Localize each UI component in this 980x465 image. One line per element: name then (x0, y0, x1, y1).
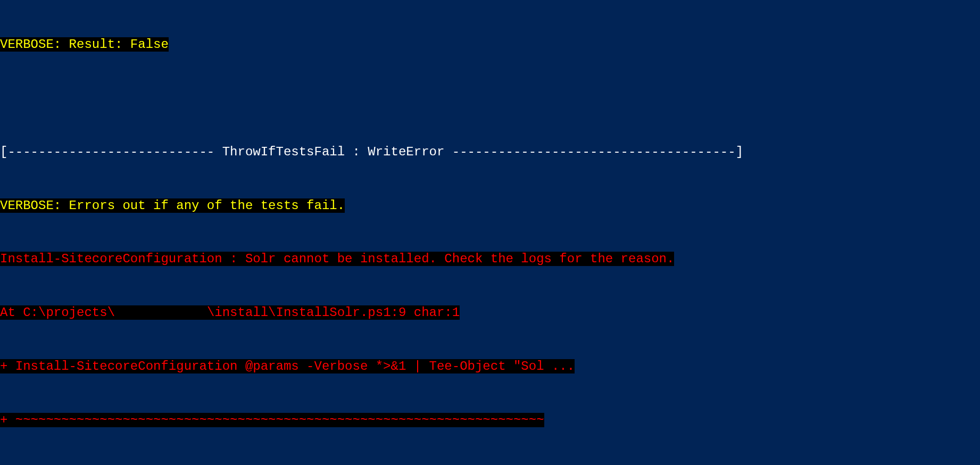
verbose-text: VERBOSE: Result: False (0, 37, 169, 52)
error-text: Install-SitecoreConfiguration : Solr can… (0, 252, 674, 266)
error-line: + Install-SitecoreConfiguration @params … (0, 358, 980, 376)
error-text: \install\InstallSolr.ps1:9 char:1 (207, 305, 460, 320)
error-text: + ~~~~~~~~~~~~~~~~~~~~~~~~~~~~~~~~~~~~~~… (0, 413, 544, 427)
divider-line: [--------------------------- ThrowIfTest… (0, 143, 980, 161)
error-line: + ~~~~~~~~~~~~~~~~~~~~~~~~~~~~~~~~~~~~~~… (0, 411, 980, 429)
verbose-line: VERBOSE: Errors out if any of the tests … (0, 197, 980, 215)
error-line: At C:\projects\ \install\InstallSolr.ps1… (0, 304, 980, 322)
powershell-console[interactable]: VERBOSE: Result: False [----------------… (0, 0, 980, 465)
redacted-text (115, 305, 207, 320)
verbose-text: VERBOSE: Errors out if any of the tests … (0, 198, 345, 213)
error-line: Install-SitecoreConfiguration : Solr can… (0, 250, 980, 268)
blank-line (0, 89, 980, 107)
error-text: + Install-SitecoreConfiguration @params … (0, 359, 575, 373)
error-text: At C:\projects\ (0, 305, 115, 320)
verbose-line: VERBOSE: Result: False (0, 36, 980, 54)
divider-text: [--------------------------- ThrowIfTest… (0, 145, 743, 159)
